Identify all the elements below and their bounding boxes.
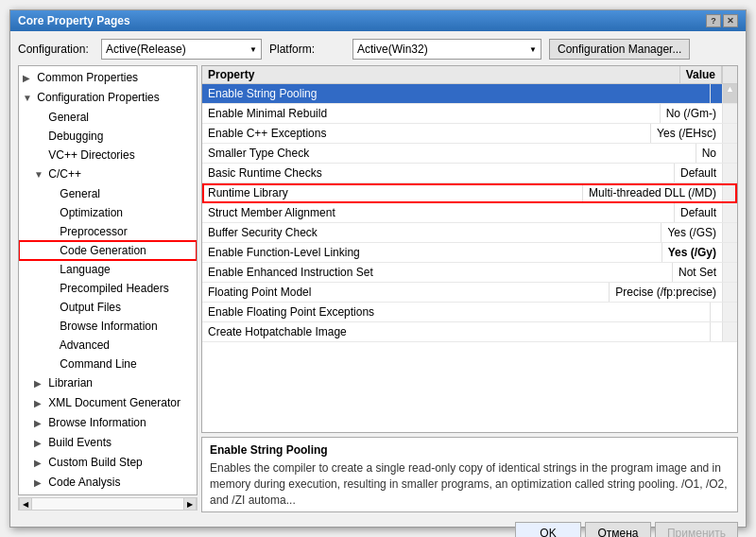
- tree-item-precompiled[interactable]: Precompiled Headers: [19, 279, 197, 298]
- expand-icon: ▶: [34, 375, 45, 392]
- info-title: Enable String Pooling: [210, 443, 730, 457]
- expand-icon: ▶: [34, 415, 45, 432]
- pg-scroll-cell: [722, 303, 737, 321]
- pg-cell-val: Default: [675, 203, 722, 222]
- tree-item-vc_dirs[interactable]: VC++ Directories: [19, 146, 197, 165]
- table-row[interactable]: Enable Floating Point Exceptions: [202, 303, 737, 322]
- platform-label: Platform:: [269, 43, 345, 56]
- pg-cell-prop: Create Hotpatchable Image: [202, 322, 711, 341]
- tree-label: Code Analysis: [48, 476, 120, 489]
- info-text: Enables the compiler to create a single …: [210, 460, 730, 508]
- pg-cell-prop: Enable String Pooling: [202, 84, 711, 103]
- pg-scroll-header: [722, 66, 737, 83]
- cancel-button[interactable]: Отмена: [585, 522, 651, 537]
- pg-cell-val: Yes (/GS): [662, 223, 722, 242]
- apply-button[interactable]: Применить: [655, 522, 738, 537]
- scroll-left-button[interactable]: ◀: [19, 497, 32, 511]
- ok-button[interactable]: OK: [515, 522, 581, 537]
- pg-cell-val: ▼: [711, 84, 722, 103]
- platform-dropdown[interactable]: Active(Win32) ▼: [352, 39, 541, 60]
- pg-cell-prop: Floating Point Model: [202, 283, 610, 302]
- tree-item-browse_info[interactable]: Browse Information: [19, 317, 197, 336]
- tree-label: Language: [60, 263, 110, 276]
- table-row[interactable]: Enable C++ ExceptionsYes (/EHsc): [202, 124, 737, 144]
- pg-col-property: Property: [202, 66, 680, 83]
- table-row[interactable]: Runtime LibraryMulti-threaded DLL (/MD): [202, 183, 737, 203]
- horizontal-scrollbar[interactable]: ◀ ▶: [18, 497, 198, 511]
- tree-panel: ▶ Common Properties▼ Configuration Prope…: [18, 65, 198, 495]
- tree-item-code_analysis[interactable]: ▶ Code Analysis: [19, 473, 197, 493]
- tree-item-cmdline[interactable]: Command Line: [19, 355, 197, 373]
- tree-label: Librarian: [48, 376, 93, 390]
- tree-item-debugging[interactable]: Debugging: [19, 127, 197, 146]
- tree-item-xml_doc[interactable]: ▶ XML Document Generator: [19, 393, 197, 413]
- table-row[interactable]: Enable Enhanced Instruction SetNot Set: [202, 263, 737, 283]
- tree-label: Browse Information: [48, 416, 146, 429]
- tree-label: Custom Build Step: [48, 456, 142, 469]
- close-button[interactable]: ✕: [723, 14, 738, 27]
- expand-icon: ▼: [23, 90, 34, 107]
- pg-cell-prop: Enable Minimal Rebuild: [202, 104, 661, 123]
- tree-label: Command Line: [60, 357, 136, 371]
- title-bar-buttons: ? ✕: [706, 14, 738, 27]
- table-row[interactable]: Struct Member AlignmentDefault: [202, 203, 737, 223]
- tree-item-build_events[interactable]: ▶ Build Events: [19, 433, 197, 453]
- scroll-right-button[interactable]: ▶: [183, 497, 197, 511]
- tree-item-browse_info2[interactable]: ▶ Browse Information: [19, 413, 197, 433]
- right-panel: Property Value Enable String Pooling▼▲En…: [201, 65, 738, 512]
- tree-label: XML Document Generator: [48, 396, 180, 409]
- config-dropdown[interactable]: Active(Release) ▼: [101, 39, 262, 60]
- table-row[interactable]: Floating Point ModelPrecise (/fp:precise…: [202, 283, 737, 303]
- pg-header: Property Value: [202, 66, 737, 84]
- pg-scroll-cell: [722, 263, 737, 282]
- tree-item-preprocessor[interactable]: Preprocessor: [19, 222, 197, 241]
- tree-label: General: [48, 111, 89, 124]
- tree-label: Precompiled Headers: [60, 282, 168, 295]
- tree-label: Browse Information: [60, 320, 157, 333]
- tree-item-output_files[interactable]: Output Files: [19, 298, 197, 317]
- tree-item-code_gen[interactable]: Code Generation: [19, 241, 197, 260]
- scroll-track[interactable]: [32, 498, 183, 510]
- pg-cell-val: Default: [675, 164, 722, 182]
- pg-cell-prop: Enable Function-Level Linking: [202, 243, 662, 262]
- table-row[interactable]: Smaller Type CheckNo: [202, 144, 737, 164]
- config-manager-button[interactable]: Configuration Manager...: [549, 39, 690, 60]
- pg-cell-val: Not Set: [673, 263, 722, 282]
- table-row[interactable]: Basic Runtime ChecksDefault: [202, 164, 737, 183]
- tree-label: Advanced: [60, 338, 110, 352]
- expand-icon: ▶: [34, 455, 45, 472]
- pg-cell-prop: Enable Floating Point Exceptions: [202, 303, 711, 321]
- pg-cell-prop: Struct Member Alignment: [202, 203, 675, 222]
- tree-item-advanced2[interactable]: Advanced: [19, 336, 197, 355]
- table-row[interactable]: Create Hotpatchable Image: [202, 322, 737, 342]
- pg-cell-prop: Basic Runtime Checks: [202, 164, 675, 182]
- help-button[interactable]: ?: [706, 14, 721, 27]
- tree-label: Preprocessor: [60, 225, 127, 238]
- pg-col-value: Value: [680, 66, 722, 83]
- table-row[interactable]: Enable Minimal RebuildNo (/Gm-): [202, 104, 737, 124]
- tree-item-common[interactable]: ▶ Common Properties: [19, 68, 197, 88]
- tree-item-c_cpp[interactable]: ▼ C/C++: [19, 165, 197, 184]
- expand-icon: ▶: [34, 475, 45, 492]
- table-row[interactable]: Buffer Security CheckYes (/GS): [202, 223, 737, 243]
- pg-scroll-cell: [722, 223, 737, 242]
- pg-cell-val: No (/Gm-): [661, 104, 722, 123]
- table-row[interactable]: Enable Function-Level LinkingYes (/Gy): [202, 243, 737, 263]
- table-row[interactable]: Enable String Pooling▼▲: [202, 84, 737, 104]
- pg-scroll-cell: [722, 283, 737, 302]
- tree-item-config[interactable]: ▼ Configuration Properties: [19, 88, 197, 108]
- tree-item-language[interactable]: Language: [19, 260, 197, 279]
- title-bar: Core Property Pages ? ✕: [10, 10, 746, 31]
- tree-item-cpp_general[interactable]: General: [19, 184, 197, 203]
- tree-label: Configuration Properties: [37, 91, 159, 104]
- tree-item-librarian[interactable]: ▶ Librarian: [19, 373, 197, 393]
- tree-item-optimization[interactable]: Optimization: [19, 203, 197, 222]
- main-area: ▶ Common Properties▼ Configuration Prope…: [18, 65, 738, 512]
- pg-scroll-cell[interactable]: ▲: [722, 84, 737, 103]
- tree-label: Build Events: [48, 436, 112, 449]
- pg-cell-val: Precise (/fp:precise): [610, 283, 722, 302]
- tree-item-general[interactable]: General: [19, 108, 197, 127]
- expand-icon: ▶: [23, 70, 34, 87]
- config-dropdown-arrow: ▼: [249, 45, 257, 54]
- tree-item-custom_build[interactable]: ▶ Custom Build Step: [19, 453, 197, 473]
